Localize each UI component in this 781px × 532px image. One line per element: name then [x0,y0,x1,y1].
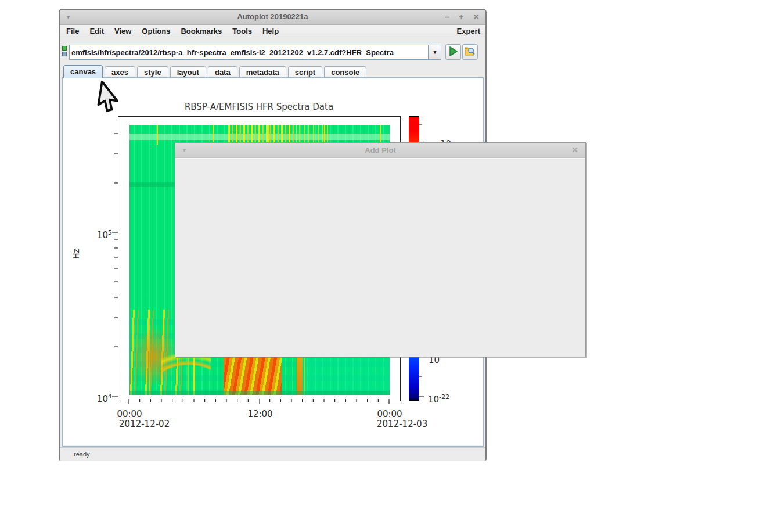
y-tick-label-1e4: 104 [88,393,112,404]
tab-console[interactable]: console [324,66,366,78]
tab-script[interactable]: script [288,66,322,78]
datasource-green-square-icon [62,46,67,51]
datasource-status-icon [62,46,67,57]
menu-bar: File Edit View Options Bookmarks Tools H… [60,25,485,37]
tab-style[interactable]: style [137,66,168,78]
play-icon [447,45,459,57]
menu-file[interactable]: File [60,27,84,35]
dialog-title: Add Plot [175,146,585,154]
chevron-down-icon: ▼ [433,49,438,55]
x-axis-date-start: 2012-12-02 [119,419,170,429]
tab-bar: canvas axes style layout data metadata s… [63,65,366,78]
menu-tools[interactable]: Tools [227,27,257,35]
window-controls: – + ✕ [438,12,480,21]
x-tick-label-noon: 12:00 [243,409,278,419]
menu-help[interactable]: Help [257,27,284,35]
x-tick-label-end: 00:00 [372,409,407,419]
close-button[interactable]: ✕ [473,12,480,21]
spectrogram-top-yellow-cluster [228,125,297,145]
tab-data[interactable]: data [208,66,237,78]
tab-layout[interactable]: layout [170,66,206,78]
uri-dropdown-button[interactable]: ▼ [429,45,441,60]
menu-options[interactable]: Options [136,27,175,35]
tab-canvas[interactable]: canvas [63,65,103,78]
menu-view[interactable]: View [109,27,136,35]
dialog-close-button[interactable]: ✕ [571,145,578,154]
status-text: ready [74,451,90,458]
y-axis-unit-label: Hz [71,249,81,259]
spectrogram-bottom-edge [129,391,390,395]
tab-axes[interactable]: axes [105,66,135,78]
colorbar-label-bottom: 10-22 [428,393,449,405]
window-titlebar[interactable]: ▾ Autoplot 20190221a – + ✕ [60,10,485,25]
maximize-button[interactable]: + [459,12,463,21]
tab-metadata[interactable]: metadata [239,66,286,78]
folder-magnifier-icon [464,45,476,57]
plot-title: RBSP-A/EMFISIS HFR Spectra Data [118,102,400,112]
expert-menu[interactable]: Expert [452,27,485,35]
y-tick-label-1e5: 105 [88,229,112,240]
add-plot-dialog[interactable]: ▾ Add Plot ✕ [175,142,586,357]
plot-go-button[interactable] [445,44,461,60]
uri-address-input[interactable] [69,45,429,60]
menu-edit[interactable]: Edit [84,27,109,35]
spectrogram-top-yellow-cluster2 [299,125,329,145]
dialog-body [175,158,585,357]
x-tick-label-start: 00:00 [112,409,147,419]
inspect-uri-button[interactable] [462,44,478,60]
x-axis-date-end: 2012-12-03 [377,419,427,429]
menu-bookmarks[interactable]: Bookmarks [175,27,227,35]
status-bar: ready [60,447,485,461]
dialog-titlebar[interactable]: ▾ Add Plot ✕ [175,143,585,158]
window-title: Autoplot 20190221a [60,12,485,21]
datasource-blue-square-icon [62,52,67,56]
minimize-button[interactable]: – [445,12,450,21]
